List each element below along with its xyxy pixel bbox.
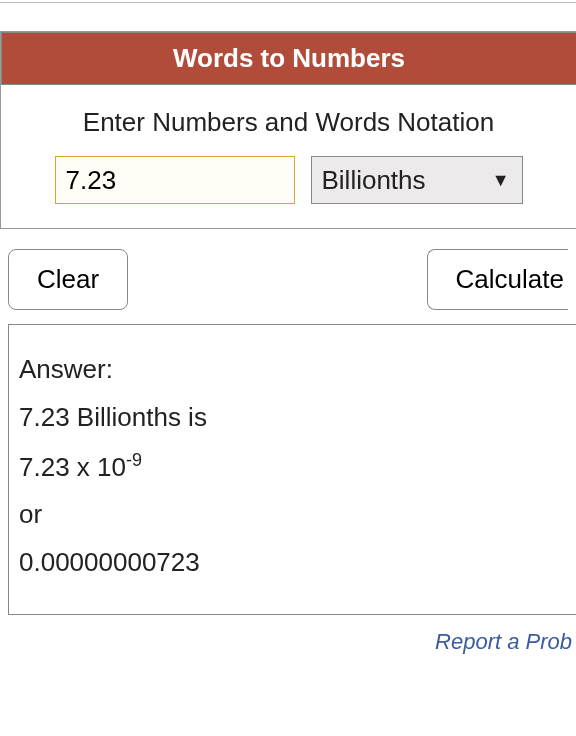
report-problem-link[interactable]: Report a Prob [0,615,576,655]
clear-button[interactable]: Clear [8,249,128,310]
unit-select[interactable]: Billionths ▼ [311,156,523,204]
sci-base: 7.23 x 10 [19,451,126,481]
chevron-down-icon: ▼ [492,170,510,191]
number-input[interactable] [55,156,295,204]
answer-scientific: 7.23 x 10-9 [19,449,566,484]
calculator-panel: Words to Numbers Enter Numbers and Words… [0,31,576,229]
instruction-text: Enter Numbers and Words Notation [1,85,576,156]
calculate-button[interactable]: Calculate [427,249,568,310]
answer-or: or [19,498,566,532]
sci-exponent: -9 [126,450,142,470]
input-row: Billionths ▼ [1,156,576,228]
button-row: Clear Calculate [0,229,576,324]
answer-label: Answer: [19,353,566,387]
answer-box: Answer: 7.23 Billionths is 7.23 x 10-9 o… [8,324,576,615]
top-divider [0,2,576,3]
panel-title: Words to Numbers [1,32,576,85]
unit-select-value: Billionths [322,165,426,196]
answer-line1: 7.23 Billionths is [19,401,566,435]
answer-decimal: 0.00000000723 [19,546,566,580]
